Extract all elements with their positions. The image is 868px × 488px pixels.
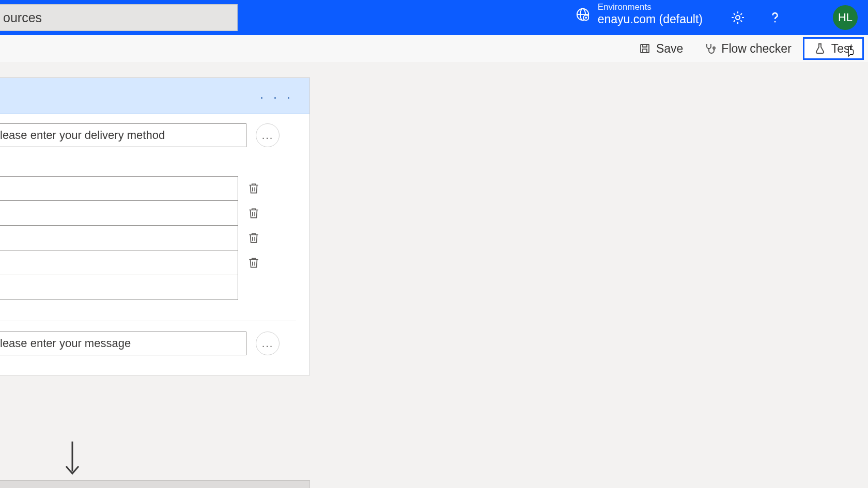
- test-button[interactable]: Test: [803, 37, 864, 60]
- option-input[interactable]: [0, 275, 238, 300]
- option-input[interactable]: [0, 250, 238, 275]
- flow-step-card[interactable]: . . . lease enter your delivery method .…: [0, 77, 310, 375]
- flow-step-card-next[interactable]: . . .: [0, 480, 310, 488]
- test-label: Test: [831, 42, 853, 56]
- options-label: s: [0, 159, 296, 172]
- delete-option-button[interactable]: [245, 255, 262, 271]
- options-list: [0, 176, 262, 300]
- user-avatar[interactable]: HL: [833, 5, 858, 30]
- search-input[interactable]: ources: [0, 4, 238, 31]
- app-header: ources Environments enayu.com (default): [0, 0, 868, 35]
- input-more-button[interactable]: ...: [256, 123, 280, 147]
- flow-canvas[interactable]: . . . lease enter your delivery method .…: [0, 62, 868, 488]
- svg-point-7: [713, 47, 715, 49]
- svg-point-4: [774, 21, 776, 23]
- step-card-menu-button[interactable]: . . .: [260, 90, 294, 101]
- option-input[interactable]: [0, 226, 238, 250]
- trash-icon: [247, 182, 260, 195]
- input-more-button[interactable]: ...: [256, 332, 280, 355]
- step-body: lease enter your delivery method ... s: [0, 114, 309, 375]
- command-bar: Save Flow checker Test: [0, 35, 868, 62]
- trash-icon: [247, 231, 260, 245]
- save-button[interactable]: Save: [629, 37, 692, 60]
- flow-connector-arrow: [62, 442, 83, 478]
- trash-icon: [247, 207, 260, 220]
- ellipsis-icon: ...: [262, 130, 274, 141]
- settings-button[interactable]: [727, 7, 748, 28]
- delivery-method-input[interactable]: lease enter your delivery method: [0, 123, 246, 147]
- flow-checker-label: Flow checker: [721, 42, 791, 56]
- stethoscope-icon: [704, 42, 716, 55]
- delete-option-button[interactable]: [245, 180, 262, 197]
- delete-option-button[interactable]: [245, 205, 262, 222]
- flow-checker-button[interactable]: Flow checker: [694, 37, 800, 60]
- delivery-method-placeholder: lease enter your delivery method: [0, 129, 165, 142]
- message-placeholder: lease enter your message: [0, 337, 131, 350]
- ellipsis-icon: . . .: [260, 90, 294, 101]
- svg-point-3: [736, 15, 740, 20]
- environment-switcher[interactable]: Environments enayu.com (default): [575, 2, 703, 27]
- step-header[interactable]: . . .: [0, 78, 309, 114]
- save-icon: [639, 42, 651, 55]
- avatar-initials: HL: [838, 11, 853, 24]
- delete-option-button[interactable]: [245, 230, 262, 246]
- svg-rect-6: [643, 49, 647, 53]
- option-input[interactable]: [0, 201, 238, 226]
- help-button[interactable]: [765, 7, 785, 28]
- trash-icon: [247, 256, 260, 270]
- globe-icon: [575, 7, 591, 22]
- save-label: Save: [656, 42, 683, 56]
- flask-icon: [814, 42, 826, 55]
- gear-icon: [730, 10, 746, 25]
- search-input-text: ources: [3, 10, 42, 25]
- option-input[interactable]: [0, 176, 238, 201]
- environment-label: Environments: [598, 2, 703, 12]
- environment-name: enayu.com (default): [598, 12, 703, 27]
- message-input[interactable]: lease enter your message: [0, 332, 246, 355]
- question-icon: [767, 10, 783, 25]
- ellipsis-icon: ...: [262, 338, 274, 350]
- svg-rect-5: [641, 44, 649, 53]
